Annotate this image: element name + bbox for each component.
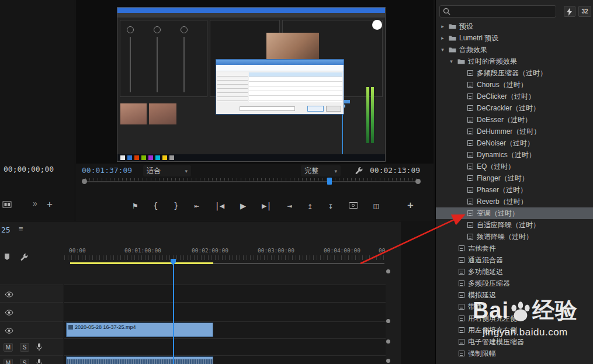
effect-item-row[interactable]: DeNoiser（过时） (436, 137, 593, 149)
step-back-button[interactable]: |◀ (213, 200, 226, 212)
clip-fx-badge (68, 325, 73, 330)
solo-button[interactable]: S (20, 359, 29, 364)
effects-bin-row[interactable]: ▸Lumetri 预设 (436, 32, 593, 44)
effect-item-row[interactable]: Chorus（过时） (436, 79, 593, 91)
mute-button[interactable]: M (4, 359, 13, 364)
program-current-timecode[interactable]: 00:01:37:09 (82, 166, 132, 175)
go-to-in-button[interactable]: ⇤ (193, 200, 200, 212)
track-content-v3[interactable] (64, 285, 386, 302)
effect-item-row[interactable]: DeClicker（过时） (436, 91, 593, 102)
program-add-button[interactable]: + (406, 197, 415, 212)
effect-item-row[interactable]: EQ（过时） (436, 161, 593, 172)
solo-button[interactable]: S (20, 343, 29, 352)
panel-overflow-button[interactable]: » (33, 199, 37, 208)
track-content-a1[interactable] (64, 338, 386, 355)
lift-button[interactable]: ↥ (307, 200, 314, 212)
accelerated-effects-badge[interactable] (564, 6, 575, 17)
timeline-settings-wrench-icon[interactable] (20, 253, 28, 263)
add-marker-icon[interactable] (4, 253, 11, 262)
ruler-label: 00:00 (69, 247, 86, 254)
mic-icon[interactable] (36, 359, 42, 364)
timeline-timecode-fragment[interactable]: 25 (1, 226, 11, 234)
scrubber-ticks (85, 178, 417, 181)
audio-effect-icon (457, 245, 466, 251)
timeline-ruler-ticks[interactable] (64, 255, 386, 260)
scrubber-left-handle[interactable] (82, 179, 87, 184)
source-timecode[interactable]: 00;00;00;00 (4, 165, 54, 174)
effect-item-row[interactable]: DeEsser（过时） (436, 114, 593, 126)
playback-resolution-select[interactable]: 完整 ▾ (301, 165, 341, 176)
eye-icon[interactable] (5, 291, 13, 299)
panel-menu-icon[interactable]: ≡ (19, 224, 23, 233)
twirl-icon[interactable]: ▸ (439, 23, 446, 29)
effects-bin-row[interactable]: ▾过时的音频效果 (436, 56, 593, 67)
scrubber-right-handle[interactable] (415, 179, 421, 184)
effect-item-row[interactable]: DeHummer（过时） (436, 126, 593, 137)
camera-icon (349, 202, 358, 209)
add-marker-button[interactable]: ⚑ (131, 200, 138, 212)
scrollbar-handle[interactable] (386, 319, 390, 323)
effect-label: 过时的音频效果 (468, 57, 517, 67)
mark-out-button[interactable]: } (172, 200, 179, 212)
play-button[interactable]: ▶ (239, 199, 247, 213)
program-scrubber[interactable] (82, 177, 421, 186)
drag-video-icon[interactable] (2, 201, 12, 210)
export-frame-button[interactable] (348, 200, 359, 212)
audio-waveform (67, 359, 213, 364)
timeline-playhead-line[interactable] (173, 262, 174, 364)
effect-item-row[interactable]: 强制限幅 (436, 348, 593, 359)
mute-button[interactable]: M (4, 343, 13, 352)
timeline-ruler-labels[interactable]: 00:0000:01:00:0000:02:00:0000:03:00:0000… (64, 247, 386, 255)
eye-icon[interactable] (5, 309, 13, 317)
audio-effect-icon (457, 257, 466, 263)
effect-item-row[interactable]: 自适应降噪（过时） (436, 219, 593, 231)
twirl-icon[interactable]: ▾ (448, 58, 455, 64)
effect-item-row[interactable]: Phaser（过时） (436, 184, 593, 196)
work-area-bar[interactable] (70, 262, 213, 264)
video-clip[interactable]: 2020-05-28 16-37-25.mp4 (66, 323, 213, 337)
audio-clip[interactable] (66, 356, 213, 364)
effect-item-row[interactable]: DeCrackler（过时） (436, 102, 593, 114)
effects-bin-row[interactable]: ▾音频效果 (436, 44, 593, 56)
32bit-color-badge[interactable]: 32 (578, 6, 591, 17)
scrollbar-handle[interactable] (386, 269, 390, 273)
extract-button[interactable]: ↧ (327, 200, 334, 212)
timeline-panel: 25 ≡ 00:0000:01:00:0000:02:00:0000:03:00… (0, 221, 401, 364)
step-forward-button[interactable]: ▶| (261, 200, 273, 212)
effect-item-row[interactable]: 多功能延迟 (436, 266, 593, 278)
search-input[interactable] (453, 8, 553, 16)
scrollbar-handle[interactable] (386, 359, 390, 363)
eye-icon[interactable] (5, 327, 13, 335)
effect-item-row[interactable]: Flanger（过时） (436, 172, 593, 184)
recorded-file-dialog (216, 59, 344, 115)
effects-search-box[interactable] (439, 5, 556, 18)
comparison-view-button[interactable]: ◫ (372, 200, 379, 212)
recorded-taskbar-icon (134, 155, 139, 160)
twirl-icon[interactable]: ▾ (439, 47, 446, 53)
effect-item-row[interactable]: 通道混合器 (436, 254, 593, 266)
effect-item-row[interactable]: Dynamics（过时） (436, 149, 593, 161)
effect-item-row[interactable]: 多频段压缩器 (436, 278, 593, 289)
effect-item-row[interactable]: 变调（过时） (436, 207, 593, 219)
twirl-icon[interactable]: ▸ (439, 35, 446, 41)
effect-item-row[interactable]: 吉他套件 (436, 242, 593, 254)
source-add-button[interactable]: + (47, 199, 53, 210)
effect-item-row[interactable]: 频谱降噪（过时） (436, 231, 593, 242)
recorded-fader (157, 37, 158, 92)
scrollbar-handle[interactable] (386, 339, 390, 344)
effect-item-row[interactable]: 多频段压缩器（过时） (436, 67, 593, 79)
audio-effect-icon (466, 105, 474, 111)
audio-effect-icon (466, 210, 474, 216)
settings-wrench-icon[interactable] (355, 167, 363, 176)
go-to-out-button[interactable]: ⇥ (286, 200, 293, 212)
scrubber-playhead[interactable] (327, 178, 332, 185)
zoom-level-select[interactable]: 适合 ▾ (143, 165, 191, 176)
recorded-taskbar-icon (120, 155, 125, 160)
mark-in-button[interactable]: { (152, 200, 159, 212)
recorded-knob (181, 26, 188, 33)
effects-bin-row[interactable]: ▸预设 (436, 20, 593, 32)
scrubber-track[interactable] (82, 181, 421, 182)
effect-item-row[interactable]: Reverb（过时） (436, 196, 593, 207)
mic-icon[interactable] (36, 343, 42, 353)
track-content-v2[interactable] (64, 302, 386, 321)
